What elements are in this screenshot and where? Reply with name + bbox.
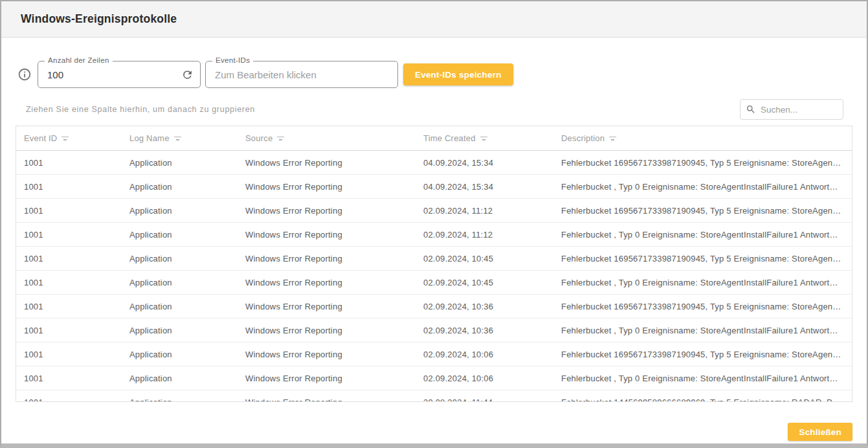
refresh-icon[interactable] bbox=[181, 68, 194, 81]
cell-time-created: 02.09.2024, 10:45 bbox=[416, 271, 553, 294]
table-header-row: Event ID Log Name Source Time Cr bbox=[16, 126, 852, 151]
cell-event-id: 1001 bbox=[16, 271, 122, 294]
cell-time-created: 02.09.2024, 10:36 bbox=[416, 319, 553, 342]
cell-time-created: 02.09.2024, 10:36 bbox=[416, 295, 553, 318]
cell-event-id: 1001 bbox=[16, 390, 122, 402]
event-ids-label: Event-IDs bbox=[212, 56, 253, 64]
filter-icon[interactable] bbox=[61, 137, 69, 140]
group-panel[interactable]: Ziehen Sie eine Spalte hierhin, um danac… bbox=[16, 105, 255, 114]
cell-event-id: 1001 bbox=[16, 295, 122, 318]
cell-log-name: Application bbox=[122, 390, 238, 402]
event-ids-field: Event-IDs bbox=[205, 61, 398, 88]
table-body: 1001 Application Windows Error Reporting… bbox=[16, 151, 852, 402]
table-row[interactable]: 1001 Application Windows Error Reporting… bbox=[16, 319, 852, 342]
search-icon bbox=[746, 104, 756, 115]
filter-icon[interactable] bbox=[174, 137, 181, 140]
column-header[interactable]: Time Created bbox=[416, 126, 553, 150]
cell-event-id: 1001 bbox=[16, 151, 122, 174]
cell-log-name: Application bbox=[122, 271, 238, 294]
column-header[interactable]: Description bbox=[553, 126, 852, 150]
cell-time-created: 04.09.2024, 15:34 bbox=[416, 175, 553, 198]
column-header-label: Description bbox=[561, 133, 605, 143]
page-title: Windows-Ereignisprotokolle bbox=[21, 12, 177, 26]
cell-source: Windows Error Reporting bbox=[238, 199, 416, 222]
cell-description: Fehlerbucket , Typ 0 Ereignisname: Store… bbox=[553, 271, 852, 294]
cell-log-name: Application bbox=[122, 151, 238, 174]
table-row[interactable]: 1001 Application Windows Error Reporting… bbox=[16, 390, 852, 402]
table-row[interactable]: 1001 Application Windows Error Reporting… bbox=[16, 295, 852, 319]
cell-source: Windows Error Reporting bbox=[238, 151, 416, 174]
cell-source: Windows Error Reporting bbox=[238, 319, 416, 342]
cell-log-name: Application bbox=[122, 342, 238, 366]
table-row[interactable]: 1001 Application Windows Error Reporting… bbox=[16, 223, 852, 247]
column-header-label: Time Created bbox=[423, 133, 476, 143]
cell-source: Windows Error Reporting bbox=[238, 366, 416, 390]
event-ids-input[interactable] bbox=[206, 62, 397, 87]
column-header[interactable]: Source bbox=[238, 126, 416, 150]
cell-event-id: 1001 bbox=[16, 199, 122, 222]
cell-description: Fehlerbucket 1695671733987190945, Typ 5 … bbox=[553, 199, 852, 222]
info-icon[interactable] bbox=[17, 67, 32, 82]
dialog-windows-event-logs: Windows-Ereignisprotokolle Anzahl der Ze… bbox=[0, 0, 868, 448]
close-button[interactable]: Schließen bbox=[788, 423, 852, 441]
cell-time-created: 02.09.2024, 11:12 bbox=[416, 199, 553, 222]
cell-description: Fehlerbucket 1695671733987190945, Typ 5 … bbox=[553, 151, 852, 174]
cell-description: Fehlerbucket 1695671733987190945, Typ 5 … bbox=[553, 247, 852, 270]
column-header-label: Source bbox=[245, 133, 273, 143]
cell-event-id: 1001 bbox=[16, 247, 122, 270]
cell-time-created: 04.09.2024, 15:34 bbox=[416, 151, 553, 174]
cell-event-id: 1001 bbox=[16, 223, 122, 246]
cell-event-id: 1001 bbox=[16, 319, 122, 342]
cell-description: Fehlerbucket , Typ 0 Ereignisname: Store… bbox=[553, 366, 852, 390]
column-header[interactable]: Event ID bbox=[16, 126, 122, 150]
search-input[interactable] bbox=[761, 105, 838, 115]
cell-event-id: 1001 bbox=[16, 342, 122, 366]
table-row[interactable]: 1001 Application Windows Error Reporting… bbox=[16, 271, 852, 295]
row-count-field: Anzahl der Zeilen bbox=[38, 61, 201, 88]
grid-toolbar: Ziehen Sie eine Spalte hierhin, um danac… bbox=[16, 99, 852, 120]
cell-event-id: 1001 bbox=[16, 175, 122, 198]
search-box bbox=[740, 99, 843, 120]
cell-log-name: Application bbox=[122, 223, 238, 246]
cell-source: Windows Error Reporting bbox=[238, 342, 416, 366]
table-row[interactable]: 1001 Application Windows Error Reporting… bbox=[16, 199, 852, 223]
cell-event-id: 1001 bbox=[16, 366, 122, 390]
cell-log-name: Application bbox=[122, 199, 238, 222]
column-header-label: Log Name bbox=[129, 133, 170, 143]
row-count-label: Anzahl der Zeilen bbox=[45, 56, 113, 64]
table-row[interactable]: 1001 Application Windows Error Reporting… bbox=[16, 366, 852, 390]
cell-time-created: 30.08.2024, 11:44 bbox=[416, 390, 553, 402]
table-row[interactable]: 1001 Application Windows Error Reporting… bbox=[16, 342, 852, 366]
controls-row: Anzahl der Zeilen Event-IDs Event-IDs sp… bbox=[16, 61, 852, 88]
table-row[interactable]: 1001 Application Windows Error Reporting… bbox=[16, 151, 852, 175]
table-row[interactable]: 1001 Application Windows Error Reporting… bbox=[16, 247, 852, 271]
cell-time-created: 02.09.2024, 10:45 bbox=[416, 247, 553, 270]
row-count-input[interactable] bbox=[38, 62, 200, 87]
filter-icon[interactable] bbox=[277, 137, 284, 140]
cell-description: Fehlerbucket 1695671733987190945, Typ 5 … bbox=[553, 295, 852, 318]
column-header[interactable]: Log Name bbox=[122, 126, 238, 150]
cell-log-name: Application bbox=[122, 175, 238, 198]
cell-source: Windows Error Reporting bbox=[238, 295, 416, 318]
cell-log-name: Application bbox=[122, 366, 238, 390]
cell-source: Windows Error Reporting bbox=[238, 271, 416, 294]
cell-source: Windows Error Reporting bbox=[238, 223, 416, 246]
save-event-ids-button[interactable]: Event-IDs speichern bbox=[403, 63, 513, 85]
cell-description: Fehlerbucket , Typ 0 Ereignisname: Store… bbox=[553, 175, 852, 198]
cell-description: Fehlerbucket , Typ 0 Ereignisname: Store… bbox=[553, 223, 852, 246]
cell-description: Fehlerbucket 1695671733987190945, Typ 5 … bbox=[553, 342, 852, 366]
filter-icon[interactable] bbox=[480, 137, 487, 140]
filter-icon[interactable] bbox=[609, 137, 616, 140]
column-header-label: Event ID bbox=[24, 133, 57, 143]
cell-log-name: Application bbox=[122, 247, 238, 270]
dialog-titlebar: Windows-Ereignisprotokolle bbox=[1, 1, 867, 38]
cell-time-created: 02.09.2024, 10:06 bbox=[416, 342, 553, 366]
cell-description: Fehlerbucket 1445699589666689969, Typ 5 … bbox=[553, 390, 852, 402]
cell-source: Windows Error Reporting bbox=[238, 390, 416, 402]
cell-source: Windows Error Reporting bbox=[238, 175, 416, 198]
event-log-table: Event ID Log Name Source Time Cr bbox=[16, 126, 852, 402]
cell-time-created: 02.09.2024, 11:12 bbox=[416, 223, 553, 246]
cell-source: Windows Error Reporting bbox=[238, 247, 416, 270]
table-row[interactable]: 1001 Application Windows Error Reporting… bbox=[16, 175, 852, 199]
dialog-footer: Schließen bbox=[16, 423, 852, 441]
